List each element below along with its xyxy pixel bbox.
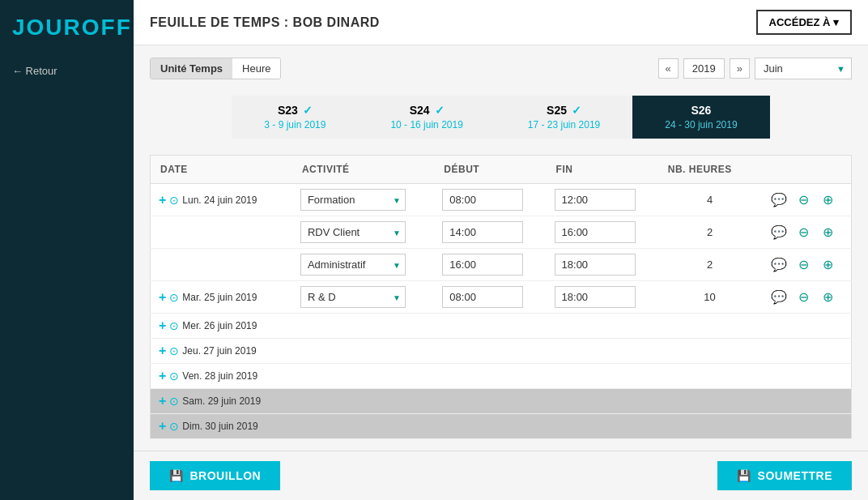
hours-cell: 10 [658,281,762,314]
tab-heure[interactable]: Heure [232,58,280,79]
hours-cell: 2 [658,216,762,249]
hours-cell [658,314,762,339]
comment-icon[interactable]: 💬 [769,288,789,307]
activity-cell: FormationRDV ClientAdministratifR & DAut… [292,281,434,314]
week-tabs: S23 ✓ 3 - 9 juin 2019 S24 ✓ 10 - 16 juin… [150,96,852,139]
clock-icon[interactable]: ⊙ [169,319,179,332]
footer: 💾 BROUILLON 💾 SOUMETTRE [134,451,868,500]
add-icon[interactable]: ⊕ [818,288,837,307]
activity-cell: FormationRDV ClientAdministratifR & DAut… [292,184,434,216]
fin-input[interactable] [555,286,636,308]
debut-cell [434,364,546,389]
fin-cell [547,249,658,281]
add-icon[interactable]: ⊕ [818,255,837,275]
table-row: + ⊙ Jeu. 27 juin 2019 [151,339,852,364]
actions-cell [761,339,851,364]
back-button[interactable]: ← Retour [0,55,134,87]
week-dates: 17 - 23 juin 2019 [528,119,600,130]
comment-icon[interactable]: 💬 [769,223,789,242]
activity-select[interactable]: FormationRDV ClientAdministratifR & DAut… [300,189,406,211]
month-select[interactable]: Juin Janvier Février Mars Avril Mai Juil… [755,58,852,79]
fin-input[interactable] [555,221,636,243]
check-icon: ✓ [303,104,313,117]
clock-icon[interactable]: ⊙ [169,344,179,357]
activity-select[interactable]: FormationRDV ClientAdministratifR & DAut… [300,286,406,308]
fin-input[interactable] [555,189,636,211]
debut-cell [434,314,546,339]
comment-icon[interactable]: 💬 [769,190,789,210]
tab-unite-temps[interactable]: Unité Temps [151,58,232,79]
year-display: 2019 [683,58,725,79]
brouillon-label: BROUILLON [190,469,262,482]
actions-cell [761,414,851,439]
soumettre-button[interactable]: 💾 SOUMETTRE [717,461,852,490]
header: FEUILLE DE TEMPS : BOB DINARD ACCÉDEZ À … [134,0,868,45]
main-panel: FEUILLE DE TEMPS : BOB DINARD ACCÉDEZ À … [134,0,868,500]
week-tab-s26[interactable]: S26 24 - 30 juin 2019 [632,96,769,139]
remove-icon[interactable]: ⊖ [794,288,813,307]
controls-row: Unité Temps Heure « 2019 » Juin Janvier … [150,58,852,79]
comment-icon[interactable]: 💬 [769,255,789,275]
add-entry-icon[interactable]: + [159,318,166,333]
add-icon[interactable]: ⊕ [818,223,837,242]
actions-cell [761,364,851,389]
date-cell-3: + ⊙ Jeu. 27 juin 2019 [151,339,292,364]
nav-next-button[interactable]: » [730,58,750,79]
remove-icon[interactable]: ⊖ [794,255,813,275]
hours-cell [658,389,762,414]
debut-input[interactable] [442,189,523,211]
week-tab-s25[interactable]: S25 ✓ 17 - 23 juin 2019 [496,96,632,139]
week-dates: 24 - 30 juin 2019 [665,119,737,130]
activity-select-wrap: FormationRDV ClientAdministratifR & DAut… [300,286,406,308]
hours-cell: 4 [658,184,762,216]
add-entry-icon[interactable]: + [159,419,166,434]
remove-icon[interactable]: ⊖ [794,190,813,210]
debut-cell [434,414,546,439]
date-cell-6: + ⊙ Dim. 30 juin 2019 [151,414,292,439]
col-header-1: ACTIVITÉ [292,156,434,184]
week-number: S24 ✓ [390,104,462,117]
add-entry-icon[interactable]: + [159,344,166,358]
fin-cell [547,389,658,414]
add-icon[interactable]: ⊕ [818,190,837,210]
activity-select[interactable]: FormationRDV ClientAdministratifR & DAut… [300,221,406,243]
clock-icon[interactable]: ⊙ [169,194,179,207]
accede-button[interactable]: ACCÉDEZ À ▾ [756,10,852,35]
col-header-2: DÉBUT [434,156,546,184]
clock-icon[interactable]: ⊙ [169,420,179,433]
date-label: Sam. 29 juin 2019 [182,395,261,407]
soumettre-label: SOUMETTRE [758,469,832,482]
fin-cell [547,364,658,389]
debut-cell [434,184,546,216]
content-area: Unité Temps Heure « 2019 » Juin Janvier … [134,45,868,451]
unit-tab-group: Unité Temps Heure [150,58,281,79]
check-icon: ✓ [572,104,581,117]
fin-input[interactable] [555,254,636,276]
brouillon-button[interactable]: 💾 BROUILLON [150,461,280,490]
table-row: FormationRDV ClientAdministratifR & DAut… [151,249,852,281]
nav-prev-button[interactable]: « [658,58,679,79]
week-number: S23 ✓ [264,104,326,117]
remove-icon[interactable]: ⊖ [794,223,813,242]
week-tab-s24[interactable]: S24 ✓ 10 - 16 juin 2019 [358,96,495,139]
actions-cell: 💬 ⊖ ⊕ [761,249,851,281]
add-entry-icon[interactable]: + [159,394,166,408]
table-row: + ⊙ Mar. 25 juin 2019 FormationRDV Clien… [151,281,852,314]
add-entry-icon[interactable]: + [159,369,166,383]
add-entry-icon[interactable]: + [159,290,166,305]
clock-icon[interactable]: ⊙ [169,395,179,408]
activity-select-wrap: FormationRDV ClientAdministratifR & DAut… [300,254,406,276]
debut-cell [434,389,546,414]
activity-select[interactable]: FormationRDV ClientAdministratifR & DAut… [300,254,406,276]
add-entry-icon[interactable]: + [159,193,166,207]
clock-icon[interactable]: ⊙ [169,370,179,382]
debut-input[interactable] [442,221,523,243]
clock-icon[interactable]: ⊙ [169,291,179,304]
week-tab-s23[interactable]: S23 ✓ 3 - 9 juin 2019 [232,96,358,139]
actions-cell: 💬 ⊖ ⊕ [761,216,851,249]
debut-input[interactable] [442,286,523,308]
activity-cell [292,414,434,439]
debut-input[interactable] [442,254,523,276]
navigation-group: « 2019 » Juin Janvier Février Mars Avril… [658,58,852,79]
table-row: + ⊙ Ven. 28 juin 2019 [151,364,852,389]
